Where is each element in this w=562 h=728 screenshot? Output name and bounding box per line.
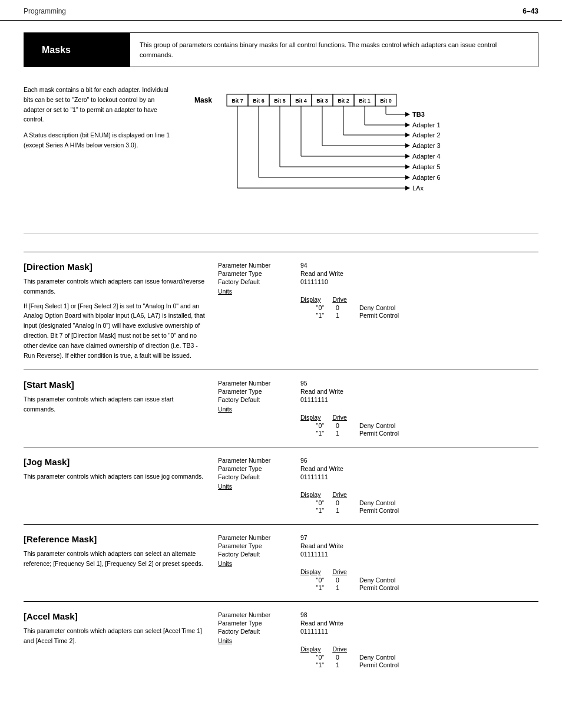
param-desc1-4: This parameter controls which adapters c…: [24, 626, 206, 646]
masks-title: Masks: [24, 33, 130, 67]
enum-row-1: "1" 1 Permit Control: [300, 430, 538, 437]
param-desc1-2: This parameter controls which adapters c…: [24, 472, 206, 482]
param-title-4: [Accel Mask]: [24, 611, 206, 621]
svg-marker-47: [405, 186, 410, 190]
param-section-2: [Jog Mask]This parameter controls which …: [24, 447, 538, 524]
svg-text:Bit 7: Bit 7: [232, 98, 243, 104]
enum-row-4: "0" 0 Deny Control: [300, 654, 538, 661]
svg-text:Adapter 1: Adapter 1: [412, 121, 441, 129]
bit-section-left-text: Each mask contains a bit for each adapte…: [24, 85, 177, 222]
param-left-0: [Direction Mask]This parameter controls …: [24, 262, 206, 360]
bit-diagram-section: Each mask contains a bit for each adapte…: [24, 85, 538, 234]
param-section-0: [Direction Mask]This parameter controls …: [24, 252, 538, 370]
svg-text:Mask: Mask: [194, 96, 212, 104]
svg-marker-35: [405, 154, 410, 159]
param-title-0: [Direction Mask]: [24, 262, 206, 272]
svg-marker-43: [405, 175, 410, 180]
svg-text:Bit 2: Bit 2: [338, 98, 349, 104]
bit-diagram-right: Mask Bit 7 Bit 6 Bit 5: [194, 85, 538, 222]
header-title: Programming: [24, 7, 66, 15]
bit-diagram-svg: Mask Bit 7 Bit 6 Bit 5: [194, 91, 501, 220]
param-title-2: [Jog Mask]: [24, 457, 206, 467]
enum-row-0: "0" 0 Deny Control: [300, 304, 538, 311]
svg-text:Bit 5: Bit 5: [274, 98, 286, 104]
enum-row-2: "1" 1 Permit Control: [300, 507, 538, 514]
param-title-3: [Reference Mask]: [24, 534, 206, 544]
svg-marker-23: [405, 123, 410, 127]
svg-text:TB3: TB3: [412, 111, 425, 118]
header-page-num: 6–43: [523, 7, 538, 15]
param-section-4: [Accel Mask]This parameter controls whic…: [24, 601, 538, 678]
masks-description: This group of parameters contains binary…: [130, 33, 538, 67]
param-left-4: [Accel Mask]This parameter controls whic…: [24, 611, 206, 669]
units-label-4: Units: [218, 637, 300, 644]
param-section-1: [Start Mask]This parameter controls whic…: [24, 370, 538, 447]
page-header: Programming 6–43: [0, 0, 562, 21]
bit-diagram-container: Mask Bit 7 Bit 6 Bit 5: [194, 91, 538, 222]
param-left-3: [Reference Mask]This parameter controls …: [24, 534, 206, 592]
param-section-3: [Reference Mask]This parameter controls …: [24, 524, 538, 601]
svg-text:Bit 4: Bit 4: [295, 98, 307, 104]
page: Programming 6–43 Masks This group of par…: [0, 0, 562, 728]
params-container: [Direction Mask]This parameter controls …: [24, 252, 538, 678]
enum-row-3: "0" 0 Deny Control: [300, 577, 538, 584]
param-desc1-3: This parameter controls which adapters c…: [24, 549, 206, 569]
param-desc1-0: This parameter controls which adapters c…: [24, 276, 206, 297]
svg-text:Bit 6: Bit 6: [253, 98, 265, 104]
svg-text:Adapter 2: Adapter 2: [412, 131, 441, 139]
bit-desc-1: Each mask contains a bit for each adapte…: [24, 85, 177, 124]
svg-marker-31: [405, 143, 410, 148]
enum-row-4: "1" 1 Permit Control: [300, 661, 538, 668]
enum-row-0: "1" 1 Permit Control: [300, 312, 538, 319]
enum-row-2: "0" 0 Deny Control: [300, 499, 538, 506]
param-right-2: Parameter Number96Parameter TypeRead and…: [218, 457, 538, 515]
svg-marker-39: [405, 164, 410, 169]
svg-text:Bit 1: Bit 1: [359, 98, 371, 104]
masks-intro-block: Masks This group of parameters contains …: [24, 32, 538, 67]
param-right-3: Parameter Number97Parameter TypeRead and…: [218, 534, 538, 592]
svg-text:Bit 0: Bit 0: [380, 98, 392, 104]
param-desc1-1: This parameter controls which adapters c…: [24, 394, 206, 414]
svg-text:Bit 3: Bit 3: [316, 98, 328, 104]
units-label-0: Units: [218, 288, 300, 295]
units-label-1: Units: [218, 406, 300, 413]
svg-marker-19: [405, 112, 410, 117]
svg-text:Adapter 6: Adapter 6: [412, 174, 441, 181]
param-title-1: [Start Mask]: [24, 380, 206, 390]
svg-text:LAx: LAx: [412, 185, 424, 192]
enum-row-1: "0" 0 Deny Control: [300, 422, 538, 429]
param-desc2-0: If [Freq Select 1] or [Freq Select 2] is…: [24, 301, 206, 361]
enum-row-3: "1" 1 Permit Control: [300, 584, 538, 591]
param-right-1: Parameter Number95Parameter TypeRead and…: [218, 380, 538, 437]
param-left-2: [Jog Mask]This parameter controls which …: [24, 457, 206, 515]
bit-desc-2: A Status description (bit ENUM) is displ…: [24, 130, 177, 150]
param-left-1: [Start Mask]This parameter controls whic…: [24, 380, 206, 437]
param-right-4: Parameter Number98Parameter TypeRead and…: [218, 611, 538, 669]
svg-text:Adapter 5: Adapter 5: [412, 163, 441, 170]
svg-text:Adapter 3: Adapter 3: [412, 142, 441, 149]
svg-text:Adapter 4: Adapter 4: [412, 153, 441, 160]
svg-marker-27: [405, 133, 410, 137]
param-right-0: Parameter Number94Parameter TypeRead and…: [218, 262, 538, 360]
main-content: Masks This group of parameters contains …: [0, 32, 562, 678]
units-label-2: Units: [218, 483, 300, 490]
units-label-3: Units: [218, 560, 300, 567]
